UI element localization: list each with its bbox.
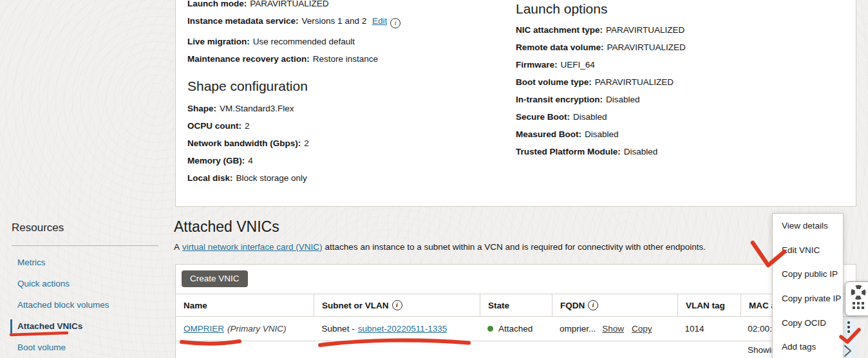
cell-fqdn: omprier... Show Copy xyxy=(552,317,677,341)
menu-item-copy-private-ip[interactable]: Copy private IP xyxy=(773,287,843,311)
cell-vlan-tag: 1014 xyxy=(677,317,741,341)
resources-title: Resources xyxy=(12,221,158,234)
sidebar-item-metrics[interactable]: Metrics xyxy=(12,258,158,267)
edit-metadata-link[interactable]: Edit xyxy=(372,16,387,26)
menu-item-copy-public-ip[interactable]: Copy public IP xyxy=(773,262,843,287)
shape-configuration-title: Shape configuration xyxy=(187,79,401,94)
cell-subnet: Subnet - subnet-20220511-1335 xyxy=(314,317,480,341)
vnics-table-card: Create VNIC Name Subnet or VLAN State FQ… xyxy=(175,264,856,358)
apps-grid-icon[interactable] xyxy=(853,302,864,309)
table-header-row: Name Subnet or VLAN State FQDN VLAN tag … xyxy=(176,294,856,317)
info-icon[interactable] xyxy=(588,300,598,310)
resources-sidebar: Resources Metrics Quick actions Attached… xyxy=(12,221,158,358)
status-badge: Attached xyxy=(498,324,533,334)
launch-options-title: Launch options xyxy=(516,1,686,17)
column-header-vlan-tag: VLAN tag xyxy=(678,294,741,316)
sidebar-item-attached-block-volumes[interactable]: Attached block volumes xyxy=(12,301,158,310)
vnic-name-link[interactable]: OMPRIER xyxy=(184,324,224,334)
field-network-bandwidth: Network bandwidth (Gbps):2 xyxy=(187,139,401,147)
cell-state: Attached xyxy=(480,317,552,341)
field-memory: Memory (GB):4 xyxy=(187,156,401,165)
sidebar-divider xyxy=(12,245,158,246)
attached-vnics-title: Attached VNICs xyxy=(174,218,279,236)
menu-item-add-tags[interactable]: Add tags xyxy=(773,335,843,358)
menu-item-copy-ocid[interactable]: Copy OCID xyxy=(773,310,843,335)
field-boot-volume-type: Boot volume type:PARAVIRTUALIZED xyxy=(516,78,686,86)
sidebar-item-quick-actions[interactable]: Quick actions xyxy=(12,279,158,288)
sidebar-item-attached-vnics[interactable]: Attached VNICs xyxy=(12,322,158,331)
row-actions-context-menu: View details Edit VNIC Copy public IP Co… xyxy=(772,213,844,358)
attached-vnics-description: Avirtual network interface card (VNIC)at… xyxy=(174,242,706,252)
field-local-disk: Local disk:Block storage only xyxy=(187,174,401,182)
field-launch-mode: Launch mode:PARAVIRTUALIZED xyxy=(187,0,401,8)
column-header-name: Name xyxy=(176,294,314,316)
menu-item-edit-vnic[interactable]: Edit VNIC xyxy=(773,238,843,263)
copy-fqdn-link[interactable]: Copy xyxy=(632,324,652,334)
field-trusted-platform-module: Trusted Platform Module:Disabled xyxy=(516,147,686,156)
info-icon[interactable] xyxy=(390,18,401,28)
field-instance-metadata-service: Instance metadata service:Versions 1 and… xyxy=(187,17,401,28)
instance-details-card: Launch mode:PARAVIRTUALIZED Instance met… xyxy=(175,0,856,207)
info-icon[interactable] xyxy=(392,300,402,310)
subnet-link[interactable]: subnet-20220511-1335 xyxy=(358,324,448,334)
instance-details-left-column: Launch mode:PARAVIRTUALIZED Instance met… xyxy=(187,0,401,191)
field-maintenance-recovery: Maintenance recovery action:Restore inst… xyxy=(187,55,401,63)
menu-item-view-details[interactable]: View details xyxy=(773,214,843,238)
show-fqdn-link[interactable]: Show xyxy=(602,324,624,334)
column-header-fqdn: FQDN xyxy=(552,294,678,316)
column-header-state: State xyxy=(480,294,552,316)
field-nic-attachment: NIC attachment type:PARAVIRTUALIZED xyxy=(516,26,686,34)
sidebar-item-boot-volume[interactable]: Boot volume xyxy=(12,343,158,352)
cell-name: OMPRIER (Primary VNIC) xyxy=(176,317,314,341)
field-secure-boot: Secure Boot:Disabled xyxy=(516,113,686,121)
pagination-next-chevron-icon[interactable] xyxy=(844,344,853,358)
floating-widget[interactable] xyxy=(845,281,868,316)
row-actions-kebab-icon[interactable] xyxy=(847,321,850,335)
field-measured-boot: Measured Boot:Disabled xyxy=(516,130,686,138)
field-live-migration: Live migration:Use recommended default xyxy=(187,37,401,46)
launch-options-column: Launch options NIC attachment type:PARAV… xyxy=(516,1,686,165)
field-shape: Shape:VM.Standard3.Flex xyxy=(187,104,401,113)
vnic-doc-link[interactable]: virtual network interface card (VNIC) xyxy=(182,242,323,252)
field-in-transit-encryption: In-transit encryption:Disabled xyxy=(516,95,686,104)
support-lifering-icon[interactable] xyxy=(850,284,867,301)
field-firmware: Firmware:UEFI_64 xyxy=(516,61,686,69)
column-header-subnet-or-vlan: Subnet or VLAN xyxy=(314,294,480,316)
create-vnic-button[interactable]: Create VNIC xyxy=(182,270,248,287)
field-ocpu-count: OCPU count:2 xyxy=(187,122,401,130)
status-dot xyxy=(487,326,493,332)
field-remote-data-volume: Remote data volume:PARAVIRTUALIZED xyxy=(516,43,686,52)
table-row: OMPRIER (Primary VNIC) Subnet - subnet-2… xyxy=(176,317,856,341)
